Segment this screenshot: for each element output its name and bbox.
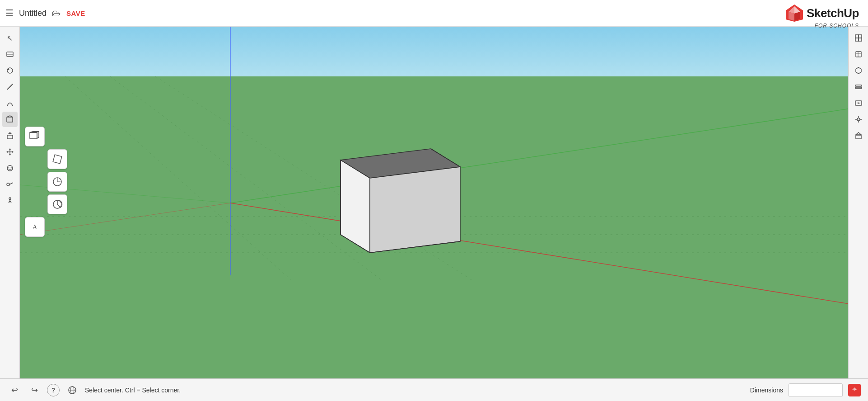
svg-line-9	[65, 76, 291, 280]
save-button[interactable]: SAVE	[66, 9, 85, 17]
sketchup-logo: SketchUp FOR SCHOOLS	[785, 4, 859, 29]
svg-rect-53	[855, 38, 859, 41]
solid-tools-btn[interactable]	[851, 128, 866, 143]
status-message: Select center. Ctrl = Select corner.	[85, 387, 745, 394]
menu-icon[interactable]: ☰	[5, 8, 14, 19]
svg-point-31	[7, 165, 13, 171]
materials-btn[interactable]	[851, 30, 866, 46]
select-tool[interactable]: ↖	[2, 30, 18, 46]
svg-text:A: A	[33, 224, 37, 231]
svg-line-34	[9, 183, 13, 184]
layers-btn[interactable]	[851, 79, 866, 94]
header: ☰ Untitled 🗁 SAVE SketchUp FOR SCHOOLS	[0, 0, 868, 27]
folder-icon[interactable]: 🗁	[52, 8, 61, 19]
scenes-btn[interactable]	[851, 95, 866, 111]
view-btn[interactable]	[851, 112, 866, 127]
globe-button[interactable]	[65, 383, 79, 397]
svg-marker-44	[30, 132, 39, 138]
box-right-face	[370, 167, 460, 253]
canvas-area[interactable]	[20, 27, 848, 378]
paint-tool[interactable]	[2, 63, 18, 78]
move-tool[interactable]	[2, 144, 18, 160]
polygon-submenu-btn[interactable]: A	[25, 217, 45, 237]
document-title: Untitled	[19, 9, 47, 18]
svg-point-17	[7, 68, 13, 73]
green-axis-right	[230, 106, 848, 203]
svg-rect-45	[53, 155, 62, 164]
svg-marker-28	[9, 154, 11, 156]
svg-marker-62	[858, 102, 860, 104]
components-btn[interactable]	[851, 47, 866, 62]
svg-marker-27	[9, 148, 11, 150]
styles-btn[interactable]	[851, 63, 866, 78]
push-pull-tool[interactable]	[2, 128, 18, 143]
arc-tool[interactable]	[2, 95, 18, 111]
help-button[interactable]: ?	[47, 384, 60, 396]
sketchup-badge	[848, 384, 861, 396]
svg-rect-52	[859, 35, 862, 38]
svg-marker-30	[12, 151, 14, 153]
pie-submenu-btn[interactable]	[47, 194, 67, 214]
eraser-tool[interactable]	[2, 47, 18, 62]
circle-submenu-btn[interactable]	[47, 172, 67, 192]
svg-point-33	[7, 183, 9, 186]
svg-rect-40	[30, 132, 37, 138]
tape-measure-tool[interactable]	[2, 177, 18, 192]
rotated-rect-submenu-btn[interactable]	[47, 149, 67, 169]
svg-marker-58	[856, 67, 861, 74]
right-toolbar	[848, 27, 868, 378]
svg-point-18	[8, 69, 9, 70]
viewport-svg	[20, 27, 848, 378]
svg-marker-29	[6, 151, 8, 153]
logo-main: SketchUp	[785, 4, 859, 23]
status-bar: ↩ ↪ ? Select center. Ctrl = Select corne…	[0, 378, 868, 401]
svg-marker-24	[8, 132, 12, 134]
svg-rect-60	[855, 87, 862, 89]
svg-rect-68	[856, 135, 861, 139]
svg-point-32	[7, 167, 13, 170]
left-toolbar: ↖	[0, 27, 20, 378]
rectangle-submenu-btn[interactable]	[25, 127, 45, 146]
sketchup-logo-icon	[785, 4, 804, 23]
shape-tool[interactable]	[2, 112, 18, 127]
red-axis-line	[230, 203, 848, 307]
undo-button[interactable]: ↩	[7, 383, 22, 397]
svg-rect-54	[859, 38, 862, 41]
orbit-tool[interactable]	[2, 160, 18, 176]
svg-rect-51	[855, 35, 859, 38]
line-tool[interactable]	[2, 79, 18, 94]
dimensions-label: Dimensions	[750, 387, 783, 394]
svg-line-19	[7, 84, 13, 90]
dimensions-input[interactable]	[789, 383, 843, 397]
svg-rect-59	[855, 85, 862, 86]
walk-tool[interactable]	[2, 193, 18, 208]
redo-button[interactable]: ↪	[27, 383, 42, 397]
svg-point-63	[857, 118, 860, 121]
logo-text: SketchUp	[807, 6, 859, 20]
svg-rect-55	[856, 52, 861, 57]
svg-rect-20	[7, 117, 13, 122]
svg-marker-69	[856, 132, 861, 135]
svg-rect-23	[7, 135, 13, 139]
